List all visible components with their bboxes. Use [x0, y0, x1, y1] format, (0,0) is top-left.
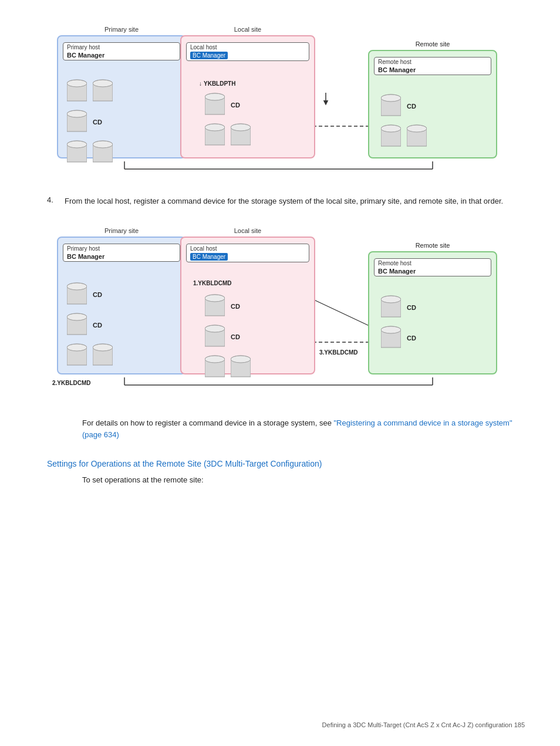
- cylinder: [381, 93, 401, 119]
- diagram2-container: Primary site Primary host BC Manager CD …: [47, 219, 525, 401]
- svg-point-32: [381, 94, 401, 102]
- svg-point-23: [205, 93, 225, 100]
- section-body: To set operations at the remote site:: [47, 474, 525, 486]
- svg-point-20: [93, 141, 113, 148]
- svg-point-69: [231, 356, 251, 363]
- cylinder: [67, 109, 87, 135]
- footer-note-text: For details on how to register a command…: [82, 418, 333, 427]
- cylinder: [93, 79, 113, 104]
- svg-point-17: [67, 141, 87, 148]
- primary-host-label: Primary host: [67, 44, 176, 50]
- cylinder: [381, 124, 401, 150]
- local-cd-label: CD: [231, 102, 240, 109]
- svg-point-60: [205, 295, 225, 302]
- cylinder: [205, 355, 225, 380]
- svg-point-48: [67, 283, 87, 290]
- cylinder: [67, 312, 87, 338]
- primary-host-box2: Primary host BC Manager: [63, 244, 180, 262]
- page: Primary site Primary host BC Manager: [0, 0, 560, 746]
- cylinder: [205, 293, 225, 319]
- cmd2-label: 2.YKBLDCMD: [52, 380, 91, 386]
- local-site-box2: Local site Local host BC Manager 1.YKBLD…: [180, 237, 315, 374]
- remote-site-label2: Remote site: [369, 242, 496, 249]
- local-host-label2: Local host: [190, 245, 305, 252]
- remote-cd-label: CD: [407, 103, 416, 110]
- svg-point-26: [205, 124, 225, 131]
- remote-host-box: Remote host BC Manager: [374, 57, 491, 75]
- primary-site-box: Primary site Primary host BC Manager: [57, 35, 186, 158]
- svg-point-51: [67, 313, 87, 320]
- cylinder: [231, 123, 251, 148]
- page-footer: Defining a 3DC Multi-Target (Cnt AcS Z x…: [322, 721, 525, 728]
- local-site-label2: Local site: [181, 227, 314, 234]
- ykbldpth-label: ↓ YKBLDPTH: [199, 80, 235, 87]
- local-bc-manager: BC Manager: [190, 52, 228, 59]
- primary-site-label2: Primary site: [58, 227, 185, 234]
- remote-bc-manager: BC Manager: [378, 66, 487, 73]
- section-heading: Settings for Operations at the Remote Si…: [47, 459, 525, 468]
- step4-text: From the local host, register a command …: [65, 195, 503, 207]
- local-site-label: Local site: [181, 26, 314, 33]
- remote-site-box2: Remote site Remote host BC Manager CD CD: [368, 251, 497, 374]
- primary-cd-label: CD: [93, 119, 102, 126]
- cylinder: [407, 124, 427, 150]
- primary-host-label2: Primary host: [67, 245, 176, 252]
- svg-point-14: [67, 110, 87, 117]
- svg-point-57: [93, 344, 113, 351]
- primary-bc-manager: BC Manager: [67, 52, 176, 59]
- l-cd2: CD: [231, 333, 240, 340]
- remote-host-box2: Remote host BC Manager: [374, 258, 491, 276]
- r-cd2: CD: [407, 335, 416, 342]
- cylinder: [381, 295, 401, 320]
- svg-point-11: [93, 80, 113, 87]
- l-cd1: CD: [231, 303, 240, 310]
- footer-note: For details on how to register a command…: [47, 417, 525, 442]
- cylinder: [205, 324, 225, 350]
- primary-bc-manager2: BC Manager: [67, 253, 176, 260]
- remote-site-box: Remote site Remote host BC Manager CD: [368, 50, 497, 158]
- svg-point-75: [381, 326, 401, 333]
- svg-point-63: [205, 325, 225, 332]
- remote-site-label: Remote site: [369, 40, 496, 48]
- svg-point-54: [67, 344, 87, 351]
- svg-point-8: [67, 80, 87, 87]
- local-host-box: Local host BC Manager: [186, 42, 309, 61]
- cmd3-label: 3.YKBLDCMD: [319, 349, 358, 356]
- cylinder: [67, 343, 87, 369]
- local-bc-manager2: BC Manager: [190, 253, 228, 261]
- remote-host-label2: Remote host: [378, 260, 487, 266]
- remote-host-label: Remote host: [378, 59, 487, 65]
- cylinder: [231, 355, 251, 380]
- p-cd1: CD: [93, 291, 102, 298]
- primary-site-label: Primary site: [58, 26, 185, 33]
- cylinder: [67, 282, 87, 308]
- primary-host-box: Primary host BC Manager: [63, 42, 180, 60]
- svg-point-66: [205, 356, 225, 363]
- svg-point-38: [407, 125, 427, 132]
- cylinder: [205, 92, 225, 118]
- cylinder: [93, 343, 113, 369]
- primary-site-box2: Primary site Primary host BC Manager CD …: [57, 237, 186, 374]
- cylinder: [67, 140, 87, 166]
- diagram1-container: Primary site Primary host BC Manager: [47, 18, 525, 179]
- remote-bc-manager2: BC Manager: [378, 268, 487, 275]
- step4: 4. From the local host, register a comma…: [47, 195, 525, 207]
- cylinder: [381, 325, 401, 351]
- r-cd1: CD: [407, 304, 416, 311]
- local-site-box: Local site Local host BC Manager ↓ YKBLD…: [180, 35, 315, 158]
- local-host-box2: Local host BC Manager: [186, 244, 309, 262]
- p-cd2: CD: [93, 322, 102, 329]
- cylinder: [93, 140, 113, 166]
- cylinder: [67, 79, 87, 104]
- cmd1-label: 1.YKBLDCMD: [193, 280, 232, 286]
- local-host-label: Local host: [190, 44, 305, 50]
- svg-point-35: [381, 125, 401, 132]
- svg-point-29: [231, 124, 251, 131]
- step4-number: 4.: [47, 195, 59, 207]
- cylinder: [205, 123, 225, 148]
- svg-point-72: [381, 296, 401, 303]
